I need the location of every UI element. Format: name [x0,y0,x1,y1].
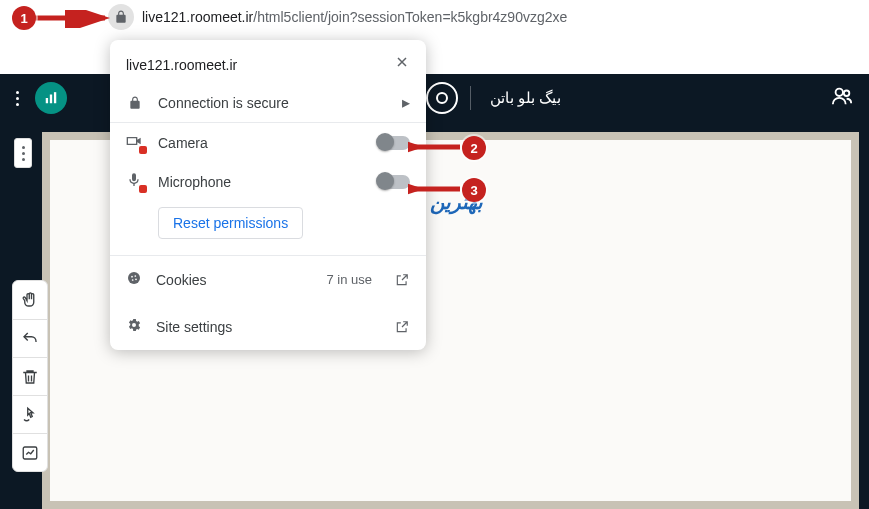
bars-icon [44,91,58,105]
annotation-badge-2: 2 [462,136,486,160]
camera-toggle[interactable] [378,136,410,150]
svg-point-10 [135,278,137,280]
svg-point-8 [134,275,136,277]
url-display[interactable]: live121.roomeet.ir/html5client/join?sess… [142,9,567,25]
shapes-tool[interactable] [13,433,47,471]
chart-icon [21,444,39,462]
svg-point-3 [836,89,843,96]
undo-icon [21,330,39,348]
annotation-arrow-1 [35,10,113,28]
camera-label: Camera [158,135,364,151]
browser-address-bar: live121.roomeet.ir/html5client/join?sess… [0,0,869,34]
svg-point-6 [128,272,140,284]
menu-button[interactable] [16,91,19,106]
hand-icon [21,291,39,309]
users-icon [831,85,853,107]
pointer-tool[interactable] [13,395,47,433]
users-button[interactable] [831,85,853,111]
open-external-icon [394,320,410,334]
svg-point-4 [844,91,850,97]
annotation-badge-3: 3 [462,178,486,202]
undo-button[interactable] [13,319,47,357]
pan-tool[interactable] [13,281,47,319]
cookies-count: 7 in use [326,272,372,287]
record-indicator[interactable] [426,82,458,114]
popup-domain: live121.roomeet.ir [126,57,237,73]
slide-options-button[interactable] [14,138,32,168]
svg-point-7 [131,276,133,278]
svg-rect-2 [54,92,56,103]
cookies-label: Cookies [156,272,312,288]
app-logo[interactable] [35,82,67,114]
reset-permissions-button[interactable]: Reset permissions [158,207,303,239]
blocked-indicator [139,146,147,154]
microphone-toggle[interactable] [378,175,410,189]
close-popup-button[interactable] [394,54,410,75]
gear-icon [126,317,142,333]
lock-icon [114,10,128,24]
microphone-label: Microphone [158,174,364,190]
annotation-badge-1: 1 [12,6,36,30]
cookie-icon [126,270,142,286]
open-external-icon [394,273,410,287]
trash-icon [21,368,39,386]
cookies-row[interactable]: Cookies 7 in use [110,255,426,303]
site-info-popup: live121.roomeet.ir Connection is secure … [110,40,426,350]
pointer-icon [21,406,39,424]
room-title: بیگ بلو باتن [490,89,561,107]
annotation-arrow-2 [408,139,464,157]
header-divider [470,86,471,110]
close-icon [394,54,410,70]
site-settings-label: Site settings [156,319,380,335]
delete-button[interactable] [13,357,47,395]
svg-rect-0 [46,98,48,103]
site-settings-row[interactable]: Site settings [110,303,426,350]
blocked-indicator [139,185,147,193]
camera-permission-row: Camera [110,122,426,162]
annotation-arrow-3 [408,181,464,199]
chevron-right-icon: ▸ [402,93,410,112]
whiteboard-toolbar [12,280,48,472]
lock-icon [128,96,142,110]
connection-secure-row[interactable]: Connection is secure ▸ [110,83,426,122]
svg-point-9 [132,279,134,281]
microphone-permission-row: Microphone [110,162,426,201]
secure-connection-label: Connection is secure [158,95,388,111]
svg-rect-1 [50,95,52,104]
